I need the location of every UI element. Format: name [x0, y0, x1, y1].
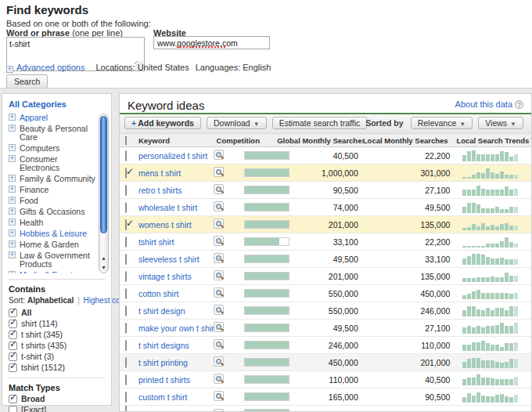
column-global-monthly-searches[interactable]: Global Monthly Searches [277, 136, 363, 145]
contains-item[interactable]: All [9, 309, 111, 317]
sort-alphabetical[interactable]: Alphabetical [27, 296, 74, 305]
row-checkbox[interactable] [125, 340, 127, 351]
expand-icon[interactable]: + [9, 155, 16, 162]
row-checkbox[interactable] [125, 185, 127, 196]
category-item[interactable]: +Gifts & Occasions [9, 208, 95, 216]
category-item[interactable]: +Hobbies & Leisure [9, 229, 95, 238]
scrollbar-arrows[interactable]: ▲▼ [99, 254, 108, 273]
contains-item[interactable]: t shirts (435) [9, 342, 111, 350]
column-local-monthly-searches[interactable]: Local Monthly Searches [363, 136, 451, 145]
category-label[interactable]: Gifts & Occasions [20, 208, 84, 216]
category-label[interactable]: Family & Community [20, 175, 95, 183]
checkbox[interactable] [9, 363, 17, 372]
row-checkbox[interactable] [125, 305, 127, 316]
expand-icon[interactable]: + [9, 219, 16, 226]
row-checkbox[interactable] [125, 374, 127, 385]
category-label[interactable]: Media & Events [20, 271, 77, 273]
keyword-link[interactable]: womens t shirt [138, 220, 192, 229]
expand-icon[interactable]: + [9, 125, 16, 132]
category-label[interactable]: Food [20, 197, 38, 205]
keyword-link[interactable]: tshirt shirt [138, 237, 174, 247]
match-type-item[interactable]: [Exact] [9, 406, 111, 412]
category-item[interactable]: +Beauty & Personal Care [9, 125, 95, 142]
keyword-link[interactable]: t shirt design [138, 306, 185, 316]
magnifier-icon[interactable] [214, 391, 224, 401]
views-dropdown[interactable]: Views▼ [478, 117, 523, 129]
expand-icon[interactable]: + [9, 186, 16, 193]
match-type-item[interactable]: Broad [9, 395, 111, 403]
magnifier-icon[interactable] [214, 219, 224, 229]
checkbox[interactable] [9, 406, 17, 412]
magnifier-icon[interactable] [214, 322, 224, 332]
help-icon[interactable]: ? [515, 100, 523, 109]
relevance-dropdown[interactable]: Relevance▼ [411, 117, 473, 129]
keyword-link[interactable]: retro t shirts [138, 186, 182, 195]
expand-icon[interactable]: + [9, 175, 16, 182]
column-keyword[interactable]: Keyword [138, 136, 217, 145]
keyword-link[interactable]: t shirt designs [138, 341, 189, 350]
expand-icon[interactable]: + [9, 251, 16, 258]
keyword-link[interactable]: t shirt printing [138, 358, 188, 367]
row-checkbox[interactable] [125, 237, 127, 248]
magnifier-icon[interactable] [214, 253, 224, 263]
category-item[interactable]: +Apparel [9, 114, 95, 122]
row-checkbox[interactable] [125, 357, 127, 368]
magnifier-icon[interactable] [214, 339, 224, 349]
keyword-link[interactable]: mens t shirt [138, 168, 181, 178]
category-label[interactable]: Home & Garden [20, 240, 79, 249]
row-checkbox[interactable] [125, 323, 127, 334]
expand-icon[interactable]: + [9, 240, 16, 248]
row-checkbox[interactable] [125, 150, 127, 161]
magnifier-icon[interactable] [214, 201, 224, 211]
expand-icon[interactable]: + [9, 271, 16, 273]
column-local-search-trends[interactable]: Local Search Trends [450, 136, 531, 145]
row-checkbox[interactable] [125, 271, 127, 282]
download-button[interactable]: Download▼ [207, 117, 267, 129]
row-checkbox[interactable] [125, 288, 127, 299]
category-label[interactable]: Beauty & Personal Care [20, 125, 95, 142]
about-this-data-link[interactable]: About this data [455, 99, 512, 109]
category-label[interactable]: Finance [20, 186, 49, 194]
magnifier-icon[interactable] [214, 409, 224, 412]
row-checkbox[interactable] [125, 219, 127, 230]
magnifier-icon[interactable] [214, 305, 224, 315]
magnifier-icon[interactable] [214, 150, 224, 160]
keyword-link[interactable]: vintage t shirts [138, 272, 192, 281]
row-checkbox[interactable] [125, 392, 127, 403]
category-item[interactable]: +Media & Events [9, 271, 95, 273]
keyword-link[interactable]: printed t shirts [138, 375, 190, 385]
expand-icon[interactable]: + [9, 114, 16, 121]
category-label[interactable]: Apparel [20, 114, 48, 122]
category-item[interactable]: +Family & Community [9, 175, 95, 183]
magnifier-icon[interactable] [214, 374, 224, 384]
scrollbar-thumb[interactable] [100, 116, 107, 233]
row-checkbox[interactable] [125, 406, 127, 412]
contains-item[interactable]: shirt (114) [9, 320, 111, 328]
column-competition[interactable]: Competition [217, 136, 278, 145]
add-keywords-button[interactable]: +Add keywords [124, 117, 201, 129]
magnifier-icon[interactable] [214, 356, 224, 367]
expand-icon[interactable]: + [9, 197, 16, 204]
expand-icon[interactable]: + [9, 208, 16, 215]
row-checkbox[interactable] [125, 254, 127, 265]
category-label[interactable]: Computers [20, 144, 59, 153]
all-categories-link[interactable]: All Categories [9, 99, 111, 109]
magnifier-icon[interactable] [214, 287, 224, 298]
contains-item[interactable]: t-shirt (3) [9, 352, 111, 361]
expand-icon[interactable]: + [9, 229, 16, 237]
keyword-link[interactable]: personalized t shirt [138, 151, 207, 161]
estimate-search-traffic-button[interactable]: Estimate search traffic [272, 117, 368, 129]
category-item[interactable]: +Home & Garden [9, 240, 95, 249]
contains-item[interactable]: t shirt (345) [9, 331, 111, 339]
magnifier-icon[interactable] [214, 167, 224, 177]
keyword-link[interactable]: wholesale t shirt [138, 203, 197, 212]
magnifier-icon[interactable] [214, 184, 224, 194]
category-label[interactable]: Consumer Electronics [20, 155, 95, 172]
category-item[interactable]: +Consumer Electronics [9, 155, 95, 172]
row-checkbox[interactable] [125, 168, 127, 179]
select-all-checkbox[interactable] [125, 136, 127, 145]
category-label[interactable]: Health [20, 219, 43, 227]
keyword-link[interactable]: make your own t shirt [138, 323, 214, 333]
keyword-link[interactable]: custom t shirt [138, 392, 187, 402]
category-label[interactable]: Hobbies & Leisure [20, 229, 87, 238]
